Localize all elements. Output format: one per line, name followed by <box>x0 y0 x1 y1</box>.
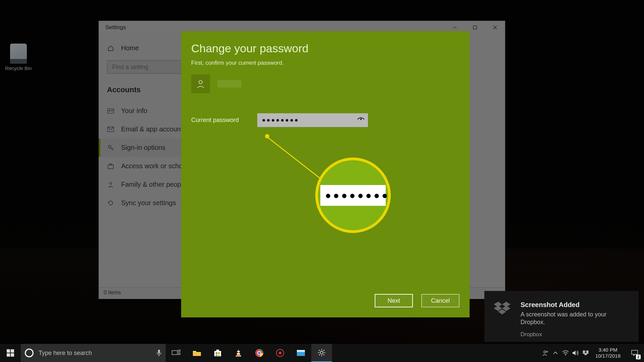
settings-taskbar-icon[interactable] <box>311 344 332 362</box>
svg-rect-24 <box>7 353 10 357</box>
user-name-redacted <box>217 80 241 87</box>
callout-lens: ●●●●●●●● <box>315 158 391 233</box>
svg-rect-35 <box>218 352 220 354</box>
tray-volume-icon[interactable] <box>571 344 581 362</box>
svg-rect-39 <box>237 351 240 352</box>
svg-point-15 <box>199 80 202 84</box>
svg-rect-48 <box>297 350 305 352</box>
current-password-label: Current password <box>191 117 241 124</box>
next-button[interactable]: Next <box>375 294 413 307</box>
svg-rect-26 <box>158 350 160 354</box>
svg-point-16 <box>360 119 362 120</box>
taskbar-date: 10/17/2018 <box>595 353 621 359</box>
tray-chevron-up-icon[interactable] <box>550 344 560 362</box>
next-button-label: Next <box>387 297 400 304</box>
dialog-user-row <box>191 74 460 93</box>
toast-body: A screenshot was added to your Dropbox. <box>521 311 629 326</box>
taskbar-search-placeholder: Type here to search <box>39 350 151 357</box>
action-center-icon[interactable]: 2 <box>625 344 644 362</box>
svg-point-60 <box>565 355 566 356</box>
callout-zoom-text: ●●●●●●●● <box>320 185 386 206</box>
svg-rect-67 <box>632 350 638 354</box>
current-password-input[interactable] <box>257 113 368 127</box>
svg-rect-25 <box>11 353 14 357</box>
dropbox-icon <box>494 301 511 316</box>
cortana-icon <box>25 349 34 357</box>
mic-icon[interactable] <box>156 349 162 357</box>
svg-rect-40 <box>237 353 240 354</box>
dialog-title: Change your password <box>191 42 460 55</box>
user-avatar-icon <box>191 74 210 93</box>
reveal-password-icon[interactable] <box>357 117 365 123</box>
vlc-icon[interactable] <box>228 344 249 362</box>
svg-marker-61 <box>573 351 576 355</box>
svg-line-54 <box>319 350 320 351</box>
svg-rect-33 <box>216 350 219 351</box>
svg-rect-37 <box>218 355 220 356</box>
svg-rect-31 <box>193 352 201 356</box>
svg-rect-34 <box>216 352 217 354</box>
tray-people-icon[interactable] <box>540 344 550 362</box>
svg-line-56 <box>319 354 320 355</box>
chrome-icon[interactable] <box>249 344 270 362</box>
svg-rect-36 <box>216 355 217 356</box>
tray-dropbox-icon[interactable] <box>581 344 591 362</box>
cancel-button[interactable]: Cancel <box>421 294 460 307</box>
svg-rect-30 <box>178 353 180 355</box>
toast-title: Screenshot Added <box>521 301 629 309</box>
dialog-subtitle: First, confirm your current password. <box>191 60 460 66</box>
toast-appname: Dropbox <box>521 331 629 338</box>
task-view-icon[interactable] <box>166 344 186 362</box>
svg-rect-23 <box>11 349 14 353</box>
svg-marker-38 <box>237 349 240 355</box>
dropbox-toast[interactable]: Screenshot Added A screenshot was added … <box>484 291 639 342</box>
notif-badge: 2 <box>636 355 641 359</box>
svg-line-57 <box>323 350 324 351</box>
tray-wifi-icon[interactable] <box>560 344 571 362</box>
svg-rect-32 <box>214 351 221 356</box>
svg-rect-29 <box>178 350 180 352</box>
svg-rect-41 <box>236 355 241 357</box>
start-button[interactable] <box>0 344 21 362</box>
app-window-icon[interactable] <box>290 344 311 362</box>
app-shield-icon[interactable] <box>270 344 290 362</box>
cancel-button-label: Cancel <box>431 297 450 304</box>
file-explorer-icon[interactable] <box>186 344 207 362</box>
svg-line-55 <box>323 354 324 355</box>
svg-point-44 <box>258 352 261 354</box>
svg-point-46 <box>279 352 281 354</box>
svg-rect-28 <box>172 351 177 355</box>
current-password-row: Current password <box>191 113 460 127</box>
svg-point-58 <box>544 351 546 353</box>
taskbar: Type here to search <box>0 344 644 362</box>
svg-point-49 <box>320 351 323 354</box>
svg-point-59 <box>546 351 548 352</box>
taskbar-search[interactable]: Type here to search <box>21 344 166 362</box>
taskbar-time: 3:40 PM <box>595 347 621 353</box>
taskbar-clock[interactable]: 3:40 PM 10/17/2018 <box>591 347 625 359</box>
microsoft-store-icon[interactable] <box>207 344 228 362</box>
svg-rect-22 <box>7 349 10 353</box>
